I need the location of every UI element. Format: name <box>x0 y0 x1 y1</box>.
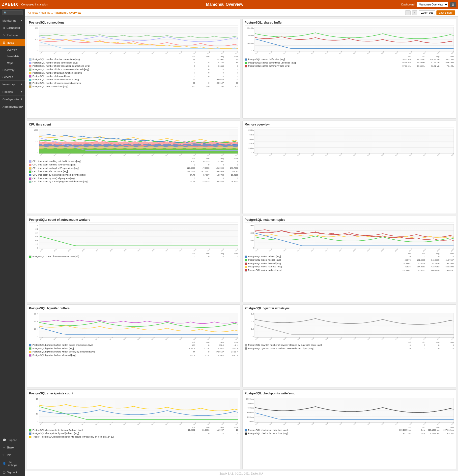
legend-color-box <box>29 255 31 258</box>
widget-pg-tuples: PostgreSQL instance: tuples600200400007:… <box>242 216 456 302</box>
legend-color-box <box>29 82 31 85</box>
svg-graph-bgwriter-buffers <box>39 313 238 337</box>
widget-graph-cpu-time: 1000500007:5808:0208:0608:1008:1408:1808… <box>29 129 238 156</box>
dashboard-label: Dashboard <box>401 3 415 6</box>
y-axis-pg-connections: 2001000 <box>29 27 39 52</box>
x-axis-pg-tuples: 07:5808:0208:0608:1008:1408:1808:2208:26… <box>245 249 454 251</box>
inventory-section: Inventory▾ <box>0 81 25 88</box>
sign-out-icon: ⏻ <box>2 471 5 474</box>
administration-header[interactable]: Administration▾ <box>0 103 25 110</box>
legend-color-box <box>29 65 31 67</box>
sidebar-item-hosts[interactable]: 🖥 Hosts <box>0 39 25 46</box>
sidebar-item-dashboard[interactable]: ⊞ Dashboard <box>0 24 25 32</box>
legend-checkpoints-count: lastminavgmaxPostgreSQL checkpoints: by … <box>29 426 238 439</box>
legend-item: PostgreSQL tuples: returned [avg]515.252… <box>245 265 454 268</box>
monitoring-header[interactable]: Monitoring▾ <box>0 17 25 24</box>
legend-color-box <box>29 72 31 74</box>
widget-title-autovacuum: PostgreSQL: count of autovacuum workers <box>29 218 238 223</box>
legend-cpu-time: lastminavgmaxCPU time spent handling bat… <box>29 157 238 184</box>
sidebar-item-sign-out[interactable]: ⏻ Sign out <box>0 469 25 476</box>
legend-color-box <box>245 269 247 272</box>
svg-graph-checkpoints-writesync <box>255 398 454 422</box>
dashboard-select[interactable]: Mamonsu Overview <box>417 2 448 7</box>
dashboard-grid: PostgreSQL connections200100007:5808:020… <box>25 17 458 471</box>
prev-button[interactable]: ‹ <box>405 10 411 15</box>
widget-graph-autovacuum: 1.20.20.40.60.81.0007:5808:0208:0608:100… <box>29 224 238 251</box>
widget-graph-pg-connections: 200100007:5808:0208:0608:1008:1408:1808:… <box>29 27 238 54</box>
app-subtitle: Composed installation <box>21 3 48 6</box>
sidebar-item-support[interactable]: 💬 Support <box>0 436 25 444</box>
legend-color-box <box>29 62 31 64</box>
y-axis-memory-overview: 25 Gb5 Gb10 Gb15 Gb20 Gb0 b <box>245 129 255 154</box>
widget-title-cpu-time: CPU time spent <box>29 123 238 127</box>
svg-graph-pg-tuples <box>255 224 454 249</box>
legend-color-box <box>29 85 31 88</box>
configuration-header[interactable]: Configuration▾ <box>0 95 25 103</box>
legend-color-box <box>29 347 31 350</box>
monitoring-section: Monitoring▾ ⊞ Dashboard ⚠ Problems 🖥 Hos… <box>0 17 25 81</box>
legend-item: PostgreSQL tuples: fetched [avg]400.7512… <box>245 259 454 262</box>
widget-autovacuum: PostgreSQL: count of autovacuum workers1… <box>27 216 240 302</box>
content-area: All hosts / local-pg-1 / Mamonsu Overvie… <box>25 9 458 476</box>
legend-item: PostgreSQL checkpoint: sync time [avg]7.… <box>245 432 454 435</box>
sidebar: Monitoring▾ ⊞ Dashboard ⚠ Problems 🖥 Hos… <box>0 9 25 476</box>
legend-color-box <box>29 429 31 432</box>
time-range-button[interactable]: Last 1 hour <box>436 10 455 15</box>
legend-color-box <box>245 58 247 61</box>
legend-color-box <box>245 259 247 261</box>
problems-icon: ⚠ <box>2 33 5 37</box>
sidebar-item-services[interactable]: Services <box>0 73 25 80</box>
legend-autovacuum: lastminavgmaxPostgreSQL: count of autova… <box>29 253 238 259</box>
legend-color-box <box>245 262 247 265</box>
hosts-icon: 🖥 <box>2 41 5 44</box>
y-axis-bgwriter-buffers: 30 K10 K20 K0 <box>29 313 39 338</box>
legend-color-box <box>245 255 247 258</box>
legend-color-box <box>245 62 247 64</box>
sidebar-item-discovery[interactable]: Discovery <box>0 66 25 73</box>
legend-bgwriter-buffers: lastminavgmaxPostgreSQL bgwriter: buffer… <box>29 341 238 357</box>
sidebar-item-user-settings[interactable]: 👤 User settings <box>0 459 25 469</box>
sidebar-item-maps[interactable]: Maps <box>5 60 25 66</box>
y-axis-checkpoints-writesync: 1000 ms200 ms400 ms600 ms800 ms0 ms <box>245 398 255 423</box>
widget-graph-bgwriter-buffers: 30 K10 K20 K007:5808:0208:0608:1008:1408… <box>29 313 238 340</box>
expand-icon[interactable]: ⊞ <box>450 2 456 7</box>
x-axis-autovacuum: 07:5808:0208:0608:1008:1408:1808:2208:26… <box>29 249 238 251</box>
legend-item: PostgreSQL: number of total connections … <box>29 78 238 81</box>
legend-item: PostgreSQL: number of fastpath function … <box>29 72 238 75</box>
sidebar-item-help[interactable]: ? Help <box>0 451 25 459</box>
legend-color-box <box>29 432 31 435</box>
x-axis-checkpoints-writesync: 07:5808:0208:0608:1008:1408:1808:2208:26… <box>245 423 454 425</box>
dashboard-icon: ⊞ <box>2 26 5 30</box>
legend-item: PostgreSQL bgwriter: buffers written dir… <box>29 350 238 353</box>
legend-item: PostgreSQL: shared buffer twice used siz… <box>245 62 454 64</box>
legend-item: CPU time spent handling I/O interrupts [… <box>29 163 238 166</box>
breadcrumb-local-pg[interactable]: local-pg-1 <box>41 11 53 14</box>
widget-graph-pg-shared-buffer: 150 Mb50 Mb100 Mb0 b07:5808:0208:0608:10… <box>245 27 454 54</box>
x-axis-checkpoints-count: 07:5808:0208:0608:1008:1408:1808:2208:26… <box>29 423 238 425</box>
sidebar-item-latest-data[interactable]: Latest data <box>5 53 25 60</box>
next-button[interactable]: › <box>412 10 418 15</box>
legend-color-box <box>29 68 31 71</box>
sidebar-item-overview[interactable]: Overview <box>5 46 25 53</box>
legend-item: PostgreSQL tuples: deleted [avg]0000 <box>245 255 454 258</box>
reports-header[interactable]: Reports▾ <box>0 88 25 95</box>
legend-item: PostgreSQL tuples: updated [avg]292.6667… <box>245 269 454 272</box>
legend-item: PostgreSQL checkpoint: write time [avg]8… <box>245 429 454 432</box>
sidebar-item-share[interactable]: ↗ Share <box>0 444 25 451</box>
breadcrumb-all-hosts[interactable]: All hosts <box>28 11 38 14</box>
legend-color-box <box>29 344 31 347</box>
svg-graph-pg-shared-buffer <box>255 27 454 52</box>
y-axis-cpu-time: 10005000 <box>29 129 39 154</box>
legend-item: PostgreSQL: number of idle in transactio… <box>29 68 238 71</box>
search-input[interactable] <box>2 10 23 15</box>
inventory-header[interactable]: Inventory▾ <box>0 81 25 88</box>
legend-item: PostgreSQL bgwriter: buffers written [av… <box>29 347 238 350</box>
svg-graph-bgwriter-writesync <box>255 313 454 337</box>
sidebar-item-problems[interactable]: ⚠ Problems <box>0 32 25 39</box>
y-axis-checkpoints-count: 155100 <box>29 398 39 423</box>
legend-color-box <box>29 351 31 353</box>
zoom-out-button[interactable]: Zoom out <box>419 10 435 15</box>
legend-color-box <box>29 79 31 81</box>
widget-graph-checkpoints-count: 15510007:5808:0208:0608:1008:1408:1808:2… <box>29 398 238 425</box>
widget-pg-connections: PostgreSQL connections200100007:5808:020… <box>27 19 240 119</box>
